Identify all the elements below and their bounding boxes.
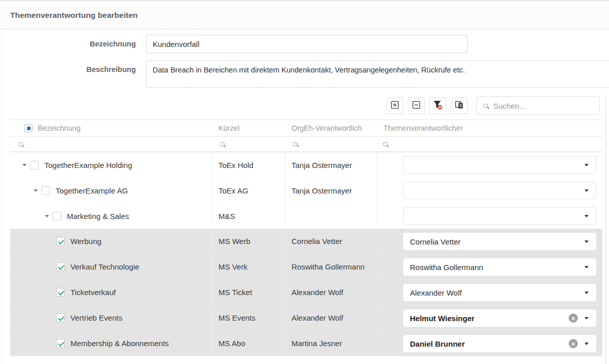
- orgeh-cell: Tanja Ostermayer: [285, 152, 377, 178]
- responsible-dropdown[interactable]: Roswitha Gollermann: [403, 258, 596, 276]
- responsible-dropdown[interactable]: [403, 207, 596, 225]
- orgeh-cell: Cornelia Vetter: [285, 229, 377, 254]
- chevron-down-icon[interactable]: [584, 266, 589, 269]
- tree-cell: Membership & Abonnements: [10, 331, 212, 356]
- search-icon: [483, 104, 488, 108]
- chevron-down-icon[interactable]: [584, 240, 589, 243]
- filter-cell-kuerzel[interactable]: [212, 137, 285, 152]
- scrollbar-track[interactable]: [605, 96, 606, 364]
- chevron-down-icon[interactable]: [34, 189, 38, 192]
- column-header-label: OrgEh-Verantwortlich: [291, 124, 362, 132]
- table-body: TogetherExample Holding ToEx Hold Tanja …: [10, 152, 602, 356]
- responsible-dropdown[interactable]: [403, 156, 596, 174]
- plus-square-icon: [391, 101, 399, 111]
- chevron-down-icon[interactable]: [584, 164, 589, 166]
- table-header-row: Bezeichnung Kürzel OrgEh-Verantwortlich …: [10, 119, 602, 137]
- kuerzel-cell: MS Abo: [212, 331, 285, 356]
- chevron-down-icon[interactable]: [22, 164, 27, 166]
- row-checkbox[interactable]: [56, 339, 65, 348]
- table-row: TogetherExample Holding ToEx Hold Tanja …: [10, 152, 602, 178]
- panel-left-border: [1, 29, 2, 364]
- column-header-orgeh-verantwortlich[interactable]: OrgEh-Verantwortlich: [285, 120, 377, 136]
- bezeichnung-field[interactable]: [146, 35, 468, 53]
- responsible-dropdown[interactable]: Alexander Wolf: [403, 284, 596, 301]
- kuerzel-cell: M&S: [212, 203, 285, 229]
- chevron-down-icon[interactable]: [584, 343, 589, 345]
- orgeh-cell: [285, 203, 377, 229]
- row-checkbox[interactable]: [30, 161, 39, 169]
- chevron-down-icon[interactable]: [584, 189, 589, 192]
- kuerzel-cell: MS Events: [212, 305, 285, 330]
- column-header-bezeichnung[interactable]: Bezeichnung: [10, 120, 212, 136]
- expand-all-button[interactable]: [386, 98, 403, 114]
- filter-cell-bezeichnung[interactable]: [10, 137, 212, 152]
- responsible-dropdown[interactable]: Daniel Brunner ×: [403, 335, 596, 352]
- edit-topic-responsibility-dialog: Themenverantwortung bearbeiten Bezeichnu…: [0, 0, 609, 364]
- row-checkbox[interactable]: [56, 237, 65, 246]
- responsible-dropdown[interactable]: [403, 182, 596, 199]
- orgeh-cell: Roswitha Gollermann: [285, 254, 377, 279]
- orgeh-cell: Martina Jesner: [285, 331, 377, 356]
- responsible-dropdown[interactable]: Helmut Wiesinger ×: [403, 309, 596, 327]
- filter-search-icon: [293, 142, 298, 147]
- responsible-cell: Alexander Wolf: [377, 280, 602, 305]
- chevron-down-icon[interactable]: [584, 317, 589, 320]
- chevron-down-icon[interactable]: [584, 292, 589, 294]
- responsible-dropdown[interactable]: Cornelia Vetter: [403, 233, 596, 250]
- column-header-label: Bezeichnung: [38, 124, 81, 132]
- table-row: Marketing & Sales M&S: [10, 203, 602, 229]
- collapse-all-button[interactable]: [408, 98, 425, 114]
- orgeh-cell: Tanja Ostermayer: [285, 178, 377, 203]
- bezeichnung-label: Bezeichnung: [10, 40, 136, 48]
- dialog-titlebar: Themenverantwortung bearbeiten: [0, 0, 609, 29]
- filter-search-icon: [18, 142, 23, 147]
- clear-icon[interactable]: ×: [569, 339, 578, 348]
- kuerzel-cell: MS Werb: [212, 229, 285, 254]
- search-input[interactable]: [493, 102, 599, 110]
- row-checkbox[interactable]: [41, 186, 50, 195]
- tree-cell: Werbung: [10, 229, 212, 254]
- kuerzel-cell: MS Ticket: [212, 280, 285, 305]
- row-checkbox[interactable]: [56, 288, 65, 297]
- filter-cell-orgeh[interactable]: [285, 137, 377, 152]
- dropdown-value: Alexander Wolf: [404, 288, 584, 297]
- dropdown-value: Helmut Wiesinger: [404, 314, 569, 323]
- orgeh-cell: Alexander Wolf: [285, 305, 377, 330]
- responsible-cell: [377, 203, 602, 229]
- row-checkbox[interactable]: [53, 212, 61, 221]
- column-header-label: Kürzel: [218, 124, 239, 132]
- column-header-themenverantwortlicher[interactable]: Themenverantwortlicher: [377, 120, 602, 136]
- tree-cell: TogetherExample Holding: [10, 152, 212, 178]
- filter-search-icon: [383, 142, 387, 147]
- filter-cell-themenverantwortlicher[interactable]: [377, 137, 602, 152]
- responsible-cell: Helmut Wiesinger ×: [377, 305, 602, 330]
- tree-cell: Verkauf Technologie: [10, 254, 212, 279]
- table-row: Ticketverkauf MS Ticket Alexander Wolf A…: [10, 280, 602, 305]
- select-all-checkbox[interactable]: [25, 124, 33, 132]
- org-unit-label: Membership & Abonnements: [70, 339, 169, 348]
- chevron-down-icon[interactable]: [45, 215, 49, 217]
- table-row: Membership & Abonnements MS Abo Martina …: [10, 331, 602, 356]
- clear-icon[interactable]: ×: [569, 313, 578, 323]
- dropdown-value: Daniel Brunner: [404, 339, 569, 348]
- responsible-cell: Roswitha Gollermann: [377, 254, 602, 279]
- kuerzel-cell: MS Verk: [212, 254, 285, 279]
- column-header-kuerzel[interactable]: Kürzel: [212, 120, 285, 136]
- org-unit-label: Ticketverkauf: [70, 288, 116, 297]
- search-box: [476, 96, 600, 115]
- row-checkbox[interactable]: [56, 262, 65, 271]
- dropdown-value: Roswitha Gollermann: [404, 263, 584, 272]
- clear-filter-button[interactable]: [429, 98, 446, 114]
- org-unit-label: TogetherExample AG: [56, 186, 128, 195]
- column-separator: [377, 152, 377, 356]
- filter-search-icon: [220, 142, 225, 147]
- row-checkbox[interactable]: [56, 313, 65, 322]
- orgeh-cell: Alexander Wolf: [285, 280, 377, 305]
- column-separator: [212, 152, 212, 356]
- tree-cell: Marketing & Sales: [10, 203, 212, 229]
- chevron-down-icon[interactable]: [584, 215, 589, 217]
- column-chooser-button[interactable]: [451, 98, 468, 114]
- table-row: Verkauf Technologie MS Verk Roswitha Gol…: [10, 254, 602, 280]
- filter-cancel-icon: [433, 100, 443, 112]
- beschreibung-field[interactable]: [146, 60, 609, 88]
